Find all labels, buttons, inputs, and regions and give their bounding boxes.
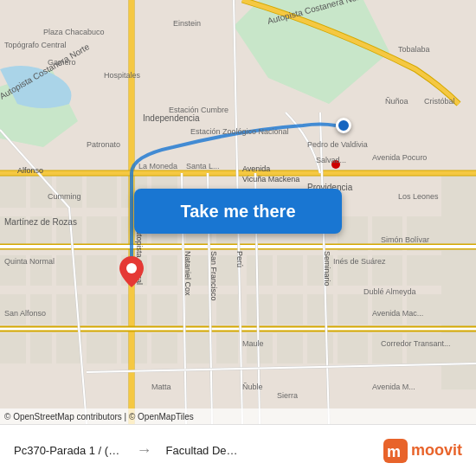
moovit-text-label: moovit (411, 441, 462, 460)
svg-rect-49 (30, 333, 52, 363)
bottom-bar: Pc370-Parada 1 / (M) Pedro ... → Faculta… (0, 424, 476, 476)
destination-label: Facultad De Derec... (165, 444, 239, 457)
svg-rect-20 (151, 255, 177, 286)
svg-rect-53 (151, 333, 177, 363)
svg-text:Simón Bolívar: Simón Bolívar (381, 235, 429, 244)
svg-rect-37 (247, 294, 273, 325)
svg-text:Perú: Perú (235, 251, 244, 267)
svg-rect-61 (407, 333, 441, 363)
svg-text:Seminario: Seminario (323, 251, 331, 286)
arrow-icon: → (136, 441, 151, 460)
svg-rect-4 (30, 173, 52, 208)
svg-rect-39 (307, 294, 333, 325)
svg-rect-62 (441, 173, 476, 389)
svg-rect-58 (307, 333, 333, 363)
svg-text:Inés de Suárez: Inés de Suárez (333, 257, 386, 266)
svg-text:Topógrafo Central: Topógrafo Central (4, 41, 67, 49)
svg-rect-54 (186, 333, 212, 363)
svg-text:Alfonso: Alfonso (17, 166, 43, 175)
svg-rect-25 (247, 255, 273, 286)
svg-rect-11 (56, 255, 82, 286)
map-container: Autopista Costanera Norte Autopista Cost… (0, 0, 476, 424)
svg-text:Avenida Pocuro: Avenida Pocuro (372, 153, 427, 162)
svg-rect-55 (216, 333, 238, 363)
svg-rect-51 (87, 333, 117, 363)
svg-rect-12 (87, 173, 117, 208)
svg-text:Matta: Matta (151, 383, 171, 391)
map-attribution: © OpenStreetMap contributors | © OpenMap… (0, 408, 476, 424)
svg-text:Tobalaba: Tobalaba (398, 45, 430, 54)
svg-rect-60 (372, 333, 402, 363)
svg-text:Salvad...: Salvad... (316, 156, 346, 164)
svg-text:San Francisco: San Francisco (209, 251, 218, 301)
svg-point-125 (126, 263, 137, 273)
svg-rect-38 (277, 294, 303, 325)
svg-rect-15 (87, 216, 117, 247)
svg-text:Martínez de Rozas: Martínez de Rozas (4, 217, 77, 227)
svg-text:Pedro de Valdivia: Pedro de Valdivia (307, 140, 368, 149)
svg-text:San Alfonso: San Alfonso (4, 309, 46, 318)
destination-marker (336, 118, 351, 133)
svg-text:Avenida: Avenida (242, 164, 270, 173)
svg-text:Sierra: Sierra (277, 391, 298, 400)
svg-text:La Moneda: La Moneda (138, 162, 177, 170)
svg-text:Cristóbal: Cristóbal (424, 97, 455, 106)
svg-text:Vicuña Mackena: Vicuña Mackena (242, 175, 299, 183)
svg-rect-5 (56, 173, 82, 208)
svg-text:Santa L...: Santa L... (186, 162, 220, 170)
svg-text:Nataniel Cox: Nataniel Cox (183, 251, 192, 296)
svg-rect-50 (56, 333, 82, 363)
route-info: Pc370-Parada 1 / (M) Pedro ... → Faculta… (14, 441, 239, 460)
svg-text:Maule: Maule (242, 339, 264, 348)
origin-marker (119, 256, 144, 287)
take-me-there-button[interactable]: Take me there (134, 189, 342, 234)
svg-text:Los Leones: Los Leones (398, 192, 439, 201)
svg-rect-3 (0, 173, 26, 208)
svg-text:Avenida Mac...: Avenida Mac... (372, 309, 423, 318)
svg-text:Patronato: Patronato (87, 140, 120, 149)
svg-text:Einstein: Einstein (173, 19, 201, 28)
moovit-logo: m moovit (383, 439, 462, 463)
svg-text:Ñuñoa: Ñuñoa (385, 97, 408, 106)
svg-text:Plaza Chacabuco: Plaza Chacabuco (43, 28, 105, 36)
svg-rect-33 (407, 255, 441, 286)
svg-text:Corredor Transant...: Corredor Transant... (381, 339, 451, 348)
attribution-text: © OpenStreetMap contributors | © OpenMap… (4, 412, 194, 421)
svg-text:Quinta Normal: Quinta Normal (4, 257, 55, 266)
svg-rect-48 (0, 333, 26, 363)
svg-text:Independencia: Independencia (143, 113, 200, 123)
svg-text:Avenida M...: Avenida M... (372, 383, 415, 391)
svg-rect-34 (338, 294, 368, 325)
svg-text:Estación Cumbre: Estación Cumbre (169, 106, 228, 114)
svg-rect-47 (216, 294, 238, 325)
svg-rect-46 (186, 294, 212, 325)
origin-label: Pc370-Parada 1 / (M) Pedro ... (14, 444, 122, 457)
svg-text:Hospitales: Hospitales (104, 71, 141, 80)
svg-text:Ñuble: Ñuble (242, 383, 263, 391)
svg-text:Estación Zoológico Nacional: Estación Zoológico Nacional (190, 127, 289, 136)
svg-rect-18 (87, 255, 117, 286)
svg-rect-24 (216, 255, 238, 286)
svg-text:Cumming: Cumming (48, 192, 81, 201)
svg-text:Dublé Almeyda: Dublé Almeyda (363, 287, 416, 296)
moovit-icon: m (383, 439, 408, 463)
svg-rect-45 (151, 294, 177, 325)
svg-rect-26 (277, 255, 303, 286)
svg-rect-43 (87, 294, 117, 325)
svg-rect-57 (277, 333, 303, 363)
svg-text:Gamero: Gamero (48, 58, 76, 67)
svg-text:m: m (387, 443, 401, 460)
svg-rect-59 (338, 333, 368, 363)
